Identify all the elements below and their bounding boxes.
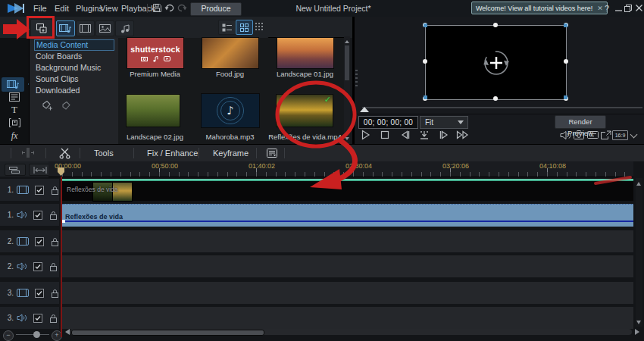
handle-left[interactable] [423, 59, 427, 64]
panel-splitter-handle[interactable] [355, 70, 358, 86]
handle-top-left[interactable] [424, 23, 427, 27]
list-view-button[interactable] [218, 20, 236, 35]
undock-preview-button[interactable] [599, 129, 614, 141]
filter-photo-button[interactable] [95, 20, 114, 36]
next-frame-button[interactable] [436, 129, 452, 141]
track-lock-button[interactable] [49, 211, 58, 220]
trim-button[interactable] [59, 148, 71, 159]
filter-video-music-button[interactable] [56, 20, 75, 36]
aspect-caret-icon[interactable] [630, 131, 638, 139]
add-tag-button[interactable] [42, 100, 55, 111]
rotate-handle[interactable] [480, 46, 513, 80]
tools-button[interactable]: Tools [94, 145, 114, 161]
scroll-right-icon[interactable] [635, 329, 642, 335]
handle-top-right[interactable] [564, 23, 567, 27]
overlay-room-button[interactable] [7, 91, 22, 103]
filter-video-button[interactable] [76, 20, 95, 36]
track-lock-button[interactable] [49, 314, 58, 323]
zoom-slider-handle[interactable] [33, 331, 40, 338]
timecode-display[interactable]: 00; 00; 00; 00 [358, 116, 418, 129]
track-lock-button[interactable] [51, 289, 59, 298]
category-downloaded[interactable]: Downloaded [34, 86, 113, 95]
track-enable-checkbox[interactable] [33, 314, 42, 323]
play-button[interactable] [358, 129, 373, 141]
track-lock-button[interactable] [51, 186, 59, 195]
timeline-ruler[interactable]: 00:00:00 00:50:00 01:40:02 02:30:04 03:2… [48, 161, 633, 177]
category-color-boards[interactable]: Color Boards [34, 52, 113, 61]
scroll-down-icon[interactable] [636, 321, 641, 327]
restore-button[interactable] [624, 2, 633, 14]
media-tile-reflexoes[interactable]: ✓ [276, 94, 333, 127]
handle-bottom-right[interactable] [564, 95, 567, 99]
menu-item-file[interactable]: File [30, 0, 50, 17]
track-lock-button[interactable] [51, 237, 59, 246]
handle-top[interactable] [493, 23, 498, 27]
thumbnail-size-button[interactable] [255, 22, 264, 31]
library-scrollbar-thumb[interactable] [345, 45, 349, 80]
track-enable-checkbox[interactable] [35, 237, 44, 246]
fix-enhance-button[interactable]: Fix / Enhance [147, 145, 198, 161]
previous-frame-button[interactable] [397, 129, 412, 141]
category-media-content[interactable]: Media Content [34, 39, 114, 51]
filter-audio-button[interactable] [115, 20, 134, 36]
scroll-left-icon[interactable] [62, 329, 70, 335]
zoom-slider[interactable] [16, 334, 49, 335]
close-button[interactable] [634, 2, 643, 14]
preview-seek-bar[interactable] [362, 107, 642, 108]
preview-canvas[interactable] [425, 25, 567, 100]
library-scrollbar[interactable] [344, 36, 350, 144]
audio-volume-line[interactable] [62, 221, 633, 222]
scroll-up-icon[interactable] [636, 180, 641, 186]
handle-bottom-left[interactable] [424, 95, 427, 99]
category-background-music[interactable]: Background Music [34, 63, 113, 73]
media-tile-premium[interactable]: shutterstock [127, 37, 184, 69]
seek-handle-icon[interactable] [360, 102, 369, 112]
video-clip-reflexoes[interactable]: Reflexões de vida [62, 179, 633, 201]
media-room-button[interactable] [2, 77, 24, 92]
playhead-line[interactable] [61, 177, 62, 337]
media-tile-food[interactable] [202, 37, 259, 69]
category-sound-clips[interactable]: Sound Clips [34, 74, 113, 84]
render-preview-button[interactable]: Render Preview [555, 115, 606, 129]
grid-view-button[interactable] [236, 20, 253, 35]
import-media-button[interactable] [30, 19, 53, 37]
track-enable-checkbox[interactable] [33, 211, 42, 220]
empty-track-audio-2[interactable] [62, 255, 633, 277]
effect-room-button[interactable]: fx [7, 130, 22, 142]
zoom-out-button[interactable]: − [3, 330, 14, 341]
empty-track-video-3[interactable] [62, 282, 633, 304]
handle-right[interactable] [564, 59, 568, 64]
track-enable-checkbox[interactable] [35, 289, 44, 298]
undo-button[interactable] [164, 3, 177, 14]
empty-track-video-2[interactable] [62, 230, 633, 252]
media-pool-button[interactable] [266, 148, 278, 158]
volume-button[interactable] [558, 129, 573, 141]
clip-details-button[interactable] [585, 129, 600, 141]
aspect-ratio-badge[interactable]: 16:9 [612, 130, 628, 140]
welcome-toast[interactable]: Welcome! View all tutorial videos here! … [471, 2, 608, 14]
scroll-down-icon[interactable] [345, 137, 349, 142]
media-tile-mahoroba[interactable]: ♪ [201, 93, 260, 128]
menu-item-view[interactable]: View [97, 0, 121, 17]
help-button[interactable]: ? [602, 2, 611, 14]
track-lock-button[interactable] [49, 262, 58, 271]
empty-track-audio-3[interactable] [62, 307, 633, 329]
track-manager-button[interactable] [5, 164, 26, 176]
audio-keyframe-handle[interactable] [62, 220, 65, 223]
track-enable-checkbox[interactable] [35, 186, 44, 195]
split-button[interactable] [21, 148, 35, 158]
menu-item-edit[interactable]: Edit [52, 0, 72, 17]
keyframe-button[interactable]: Keyframe [213, 145, 249, 161]
minimize-button[interactable] [614, 2, 623, 14]
handle-bottom[interactable] [493, 96, 498, 101]
tag-button[interactable] [61, 101, 72, 111]
zoom-fit-dropdown[interactable]: Fit [420, 116, 468, 129]
audio-clip-reflexoes[interactable]: Reflexões de vida [62, 204, 633, 227]
produce-button[interactable]: Produce [190, 2, 242, 16]
timeline-vertical-scrollbar[interactable] [636, 178, 642, 327]
fast-forward-button[interactable] [455, 129, 470, 141]
track-enable-checkbox[interactable] [33, 262, 42, 271]
pip-room-button[interactable] [7, 117, 22, 129]
scroll-up-icon[interactable] [345, 38, 349, 43]
redo-button[interactable] [177, 3, 189, 14]
